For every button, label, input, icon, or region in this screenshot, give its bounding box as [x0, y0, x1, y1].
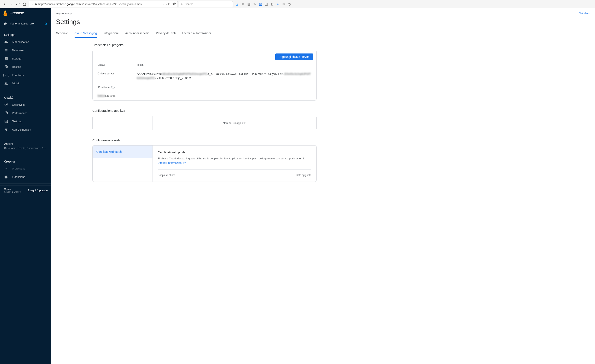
tab-general[interactable]: Generale — [56, 29, 68, 38]
sidebar-item-label: Crashlytics — [12, 103, 25, 106]
tab-users[interactable]: Utenti e autorizzazioni — [182, 29, 211, 38]
sidebar-item-label: Functions — [12, 74, 24, 77]
server-key-token: AAAAf52dlXY:APA91bEsvEsc3z2np6dPGfT6JO2n… — [137, 72, 311, 80]
ext1-icon[interactable]: ▦ — [247, 2, 251, 6]
sidebar-item-functions[interactable]: [∙∙]Functions — [0, 71, 51, 79]
sidebar-item-label: Hosting — [12, 65, 21, 68]
add-server-key-button[interactable]: Aggiungi chiave server — [275, 53, 313, 60]
th-key: Chiave — [98, 64, 137, 66]
functions-icon: [∙∙] — [4, 73, 8, 77]
go-to-docs-link[interactable]: Vai alla d — [579, 12, 590, 15]
forward-button[interactable] — [8, 1, 14, 7]
plan-name: Spark — [4, 188, 21, 191]
th-key-pair: Coppia di chiavi — [158, 174, 175, 177]
lock-icon — [35, 3, 37, 5]
section-quality-title[interactable]: Qualità — [0, 94, 51, 100]
sidebar-item-predictions[interactable]: ✦Predictions — [0, 164, 51, 173]
sidebar-item-performance[interactable]: Performance — [0, 109, 51, 117]
tab-cloud-messaging[interactable]: Cloud Messaging — [75, 29, 97, 38]
bookmark-icon[interactable] — [173, 2, 176, 6]
sender-id-label: ID mittente — [98, 86, 110, 89]
sender-id-header: ID mittente ? — [92, 83, 316, 91]
more-info-link[interactable]: Ulteriori informazioni — [158, 161, 186, 165]
th-date-added: Data aggiunta — [296, 174, 311, 177]
predictions-icon: ✦ — [4, 167, 8, 170]
search-bar[interactable] — [179, 1, 233, 7]
web-right-panel: Certificati web push Firebase Cloud Mess… — [153, 145, 316, 182]
storage-icon — [4, 57, 8, 60]
content-area: keystone app Vai alla d Settings General… — [51, 8, 595, 364]
ext6-icon[interactable]: ● — [276, 2, 280, 6]
section-analytics[interactable]: Analisi Dashboard, Events, Conversions, … — [0, 138, 51, 152]
sidebar-item-label: ML Kit — [12, 82, 20, 85]
sidebar-item-database[interactable]: Database — [0, 46, 51, 54]
credentials-card: Aggiungi chiave server Chiave Token Chia… — [92, 50, 317, 100]
ext4-icon[interactable]: ◫ — [264, 2, 268, 6]
ext8-icon[interactable]: ◓ — [288, 2, 291, 6]
sidebar-item-label: Test Lab — [12, 120, 22, 123]
project-overview-label: Panoramica del progetto — [10, 22, 37, 25]
section-grow-title[interactable]: Crescita — [0, 158, 51, 164]
sender-id-value: 548145196918 — [92, 91, 316, 100]
tab-integrations[interactable]: Integrazioni — [104, 29, 119, 38]
home-button[interactable] — [21, 1, 27, 7]
ios-title: Configurazione app iOS — [92, 109, 317, 112]
crashlytics-icon — [4, 103, 8, 107]
sidebar-item-label: Performance — [12, 112, 27, 115]
ext5-icon[interactable]: ◐ — [270, 2, 274, 6]
url-bar[interactable]: https://console.firebase.google.com/u/0/… — [28, 1, 178, 7]
people-icon — [4, 40, 8, 44]
section-analytics-sub: Dashboard, Events, Conversions, Au… — [0, 147, 51, 151]
sidebar-item-hosting[interactable]: Hosting — [0, 63, 51, 71]
th-token: Token — [137, 64, 311, 66]
sidebar-item-label: Storage — [12, 57, 21, 60]
extensions-icon — [4, 175, 8, 179]
sidebar-item-mlkit[interactable]: M.ML Kit — [0, 79, 51, 87]
sidebar-item-crashlytics[interactable]: Crashlytics — [0, 100, 51, 109]
firebase-logo-icon — [3, 10, 8, 16]
more-icon[interactable]: ••• — [163, 2, 167, 6]
web-left-panel: Certificati web push — [92, 145, 153, 182]
server-key-label: Chiave server — [98, 72, 137, 80]
sidebar-plan-footer: Spark Gratuito $ 0/mese Esegui l'upgrade — [0, 185, 51, 195]
web-push-cert-tab[interactable]: Certificati web push — [92, 145, 152, 158]
sidebar-item-authentication[interactable]: Authentication — [0, 38, 51, 46]
tab-service-accounts[interactable]: Account di servizio — [125, 29, 149, 38]
back-button[interactable] — [2, 1, 7, 7]
help-icon[interactable]: ? — [111, 86, 114, 89]
project-overview[interactable]: Panoramica del progetto — [0, 18, 51, 29]
reader-icon[interactable] — [168, 2, 171, 6]
speedometer-icon — [4, 111, 8, 115]
reload-button[interactable] — [15, 1, 21, 7]
ios-empty-message: Non hai un'app iOS — [153, 116, 316, 130]
sidebar-brand[interactable]: Firebase — [0, 8, 51, 18]
server-key-row: Chiave server AAAAf52dlXY:APA91bEsvEsc3z… — [92, 69, 316, 83]
ext3-icon[interactable]: ▧ — [259, 2, 262, 6]
tab-privacy[interactable]: Privacy dei dati — [156, 29, 176, 38]
section-analytics-title: Analisi — [0, 141, 51, 147]
home-icon — [3, 22, 7, 26]
toolbar-extension-icons: ▦ ✎ ▧ ◫ ◐ ● ⎚ ◓ — [234, 2, 292, 6]
download-icon[interactable] — [235, 2, 239, 6]
sidebar-item-testlab[interactable]: Test Lab — [0, 117, 51, 125]
ext7-icon[interactable]: ⎚ — [282, 2, 285, 6]
plan-price: Gratuito $ 0/mese — [4, 191, 21, 193]
credentials-title: Credenziali di progetto — [92, 43, 317, 47]
checkbox-icon — [4, 119, 8, 123]
breadcrumb-app-selector[interactable]: keystone app — [56, 12, 75, 15]
sidebar-item-storage[interactable]: Storage — [0, 54, 51, 63]
sidebar-item-label: Extensions — [12, 175, 25, 178]
upgrade-button[interactable]: Esegui l'upgrade — [28, 189, 48, 192]
svg-point-3 — [6, 104, 7, 105]
sidebar-item-appdist[interactable]: App Distribution — [0, 125, 51, 134]
sidebar-item-extensions[interactable]: Extensions — [0, 173, 51, 181]
section-develop-title[interactable]: Sviluppo — [0, 31, 51, 38]
sidebar-item-label: Database — [12, 49, 24, 52]
ios-card: Non hai un'app iOS — [92, 116, 317, 130]
library-icon[interactable] — [241, 2, 245, 6]
search-input[interactable] — [185, 2, 231, 6]
gear-icon[interactable] — [44, 22, 48, 26]
sidebar-item-label: App Distribution — [12, 128, 31, 131]
browser-toolbar: https://console.firebase.google.com/u/0/… — [0, 0, 595, 8]
ext2-icon[interactable]: ✎ — [253, 2, 256, 6]
